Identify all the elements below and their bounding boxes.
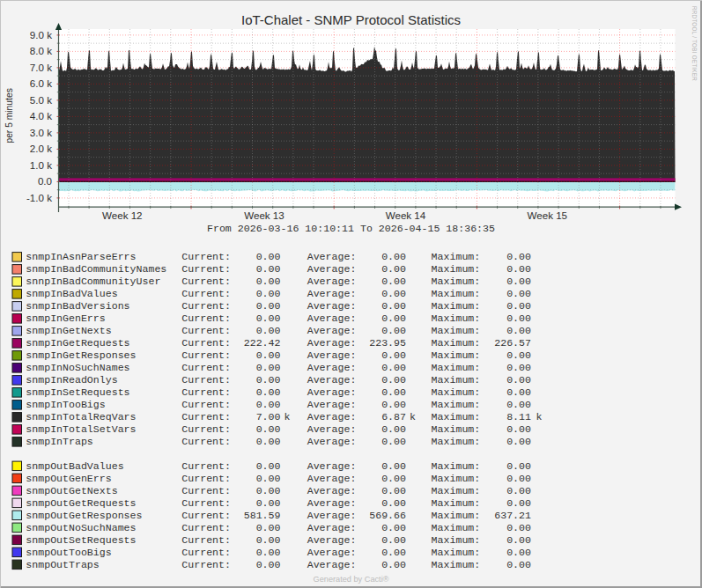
svg-text:0.00: 0.00 [381,276,406,287]
svg-text:RRDTOOL / TOBI OETIKER: RRDTOOL / TOBI OETIKER [691,6,698,81]
svg-text:Maximum:: Maximum: [432,374,481,386]
svg-text:Maximum:: Maximum: [432,510,481,521]
svg-text:7.00: 7.00 [256,411,281,423]
svg-text:Average:: Average: [307,325,357,336]
svg-text:0.00: 0.00 [506,423,531,435]
svg-text:Maximum:: Maximum: [432,263,481,275]
svg-text:Maximum:: Maximum: [432,423,481,435]
svg-text:0.00: 0.00 [381,349,406,361]
svg-text:snmpInTotalReqVars: snmpInTotalReqVars [26,411,136,423]
svg-text:snmpOutGetResponses: snmpOutGetResponses [26,510,142,521]
svg-text:0.00: 0.00 [381,374,406,386]
svg-text:Maximum:: Maximum: [432,522,481,533]
svg-text:Average:: Average: [307,497,357,509]
svg-text:Average:: Average: [307,411,357,423]
svg-text:6.87: 6.87 [381,411,406,423]
svg-text:4.0 k: 4.0 k [30,110,52,121]
svg-text:0.00: 0.00 [256,349,281,361]
svg-text:Current:: Current: [181,276,231,287]
svg-text:Maximum:: Maximum: [432,312,481,324]
svg-text:0.00: 0.00 [506,497,531,509]
svg-text:9.0 k: 9.0 k [30,29,52,40]
svg-text:0.00: 0.00 [381,251,406,262]
svg-text:581.59: 581.59 [244,510,281,521]
svg-text:0.00: 0.00 [506,547,531,558]
svg-text:Average:: Average: [307,559,357,570]
svg-text:0.00: 0.00 [256,288,281,299]
svg-text:Generated by Cacti®: Generated by Cacti® [314,575,389,584]
svg-text:Average:: Average: [307,436,357,447]
svg-text:snmpInTotalSetVars: snmpInTotalSetVars [26,423,136,435]
svg-text:0.00: 0.00 [381,300,406,312]
svg-text:Average:: Average: [307,337,357,349]
svg-text:0.00: 0.00 [506,460,531,472]
svg-text:snmpInAsnParseErrs: snmpInAsnParseErrs [26,251,136,262]
svg-text:snmpInGenErrs: snmpInGenErrs [26,312,105,324]
svg-text:Current:: Current: [181,300,231,312]
svg-text:0.00: 0.00 [256,436,281,447]
svg-text:Current:: Current: [181,436,231,447]
svg-text:0.00: 0.00 [381,362,406,373]
svg-text:0.00: 0.00 [381,423,406,435]
svg-text:0.00: 0.00 [381,399,406,410]
svg-text:Maximum:: Maximum: [432,349,481,361]
svg-text:0.00: 0.00 [256,559,281,570]
svg-text:snmpInTooBigs: snmpInTooBigs [26,399,105,410]
svg-text:Maximum:: Maximum: [432,288,481,299]
svg-text:Current:: Current: [181,263,231,275]
svg-text:Current:: Current: [181,337,231,349]
svg-text:per 5 minutes: per 5 minutes [4,88,14,143]
svg-text:Average:: Average: [307,510,357,521]
svg-text:0.00: 0.00 [506,276,531,287]
svg-text:Maximum:: Maximum: [432,460,481,472]
svg-text:Week 15: Week 15 [528,209,568,221]
svg-text:Current:: Current: [181,399,231,410]
svg-text:Average:: Average: [307,312,357,324]
svg-text:Average:: Average: [307,473,357,484]
svg-text:3.0 k: 3.0 k [30,127,52,138]
svg-text:0.00: 0.00 [256,473,281,484]
svg-text:0.00: 0.00 [256,276,281,287]
svg-text:From 2026-03-16 10:10:11 To 20: From 2026-03-16 10:10:11 To 2026-04-15 1… [207,223,495,234]
svg-text:0.00: 0.00 [506,485,531,496]
svg-text:Week 13: Week 13 [244,209,284,221]
svg-text:Week 14: Week 14 [386,209,426,221]
svg-text:569.66: 569.66 [369,510,406,521]
svg-text:Current:: Current: [181,485,231,496]
svg-text:0.00: 0.00 [506,312,531,324]
svg-text:0.00: 0.00 [256,485,281,496]
svg-text:Current:: Current: [181,510,231,521]
svg-text:snmpOutTraps: snmpOutTraps [26,559,100,570]
svg-text:0.00: 0.00 [381,386,406,398]
svg-text:Current:: Current: [181,547,231,558]
svg-text:0.00: 0.00 [506,251,531,262]
svg-text:2.0 k: 2.0 k [30,143,52,154]
svg-text:Current:: Current: [181,251,231,262]
svg-text:snmpInBadCommunityNames: snmpInBadCommunityNames [26,263,166,275]
svg-text:0.00: 0.00 [256,362,281,373]
svg-text:0.00: 0.00 [381,485,406,496]
svg-text:0.00: 0.00 [256,374,281,386]
svg-text:222.42: 222.42 [244,337,281,349]
svg-text:226.57: 226.57 [494,337,531,349]
svg-text:snmpOutNoSuchNames: snmpOutNoSuchNames [26,522,136,533]
svg-text:0.00: 0.00 [256,300,281,312]
svg-text:Maximum:: Maximum: [432,411,481,423]
svg-text:0.00: 0.00 [506,288,531,299]
svg-text:0.00: 0.00 [256,399,281,410]
svg-text:snnpInBadCommunityUser: snnpInBadCommunityUser [26,276,160,287]
svg-text:Maximum:: Maximum: [432,325,481,336]
svg-text:0.00: 0.00 [256,460,281,472]
svg-text:snmpInNoSuchNames: snmpInNoSuchNames [26,362,129,373]
svg-text:0.00: 0.00 [506,399,531,410]
svg-text:0.00: 0.00 [506,559,531,570]
svg-text:0.00: 0.00 [381,436,406,447]
svg-text:snmpOutGetRequests: snmpOutGetRequests [26,497,136,509]
svg-text:Average:: Average: [307,423,357,435]
svg-text:0.00: 0.00 [381,559,406,570]
svg-text:Current:: Current: [181,374,231,386]
svg-text:0.00: 0.00 [381,312,406,324]
svg-text:0.00: 0.00 [256,547,281,558]
svg-text:snmpInGetResponses: snmpInGetResponses [26,349,136,361]
svg-text:k: k [536,411,543,423]
